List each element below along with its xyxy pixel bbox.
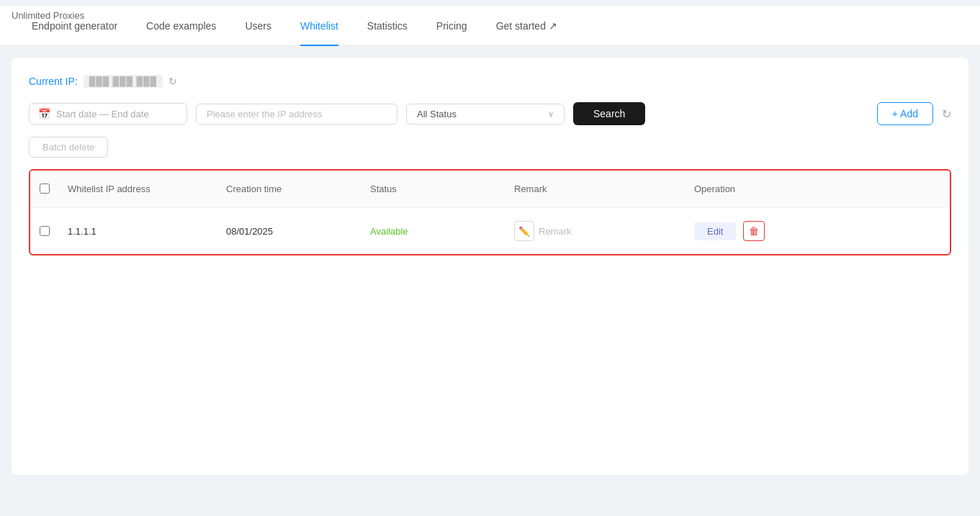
current-ip-row: Current IP: ███ ███ ███ ↻ [29, 75, 951, 88]
search-button[interactable]: Search [573, 102, 645, 125]
col-header-creation-time: Creation time [217, 178, 361, 200]
remark-text: Remark [539, 226, 572, 237]
navigation-bar: Endpoint generator Code examples Users W… [0, 6, 980, 46]
edit-button[interactable]: Edit [694, 222, 736, 240]
row-status-cell: Available [361, 220, 505, 243]
chevron-down-icon: ∨ [548, 109, 554, 119]
row-checkbox-cell [30, 220, 59, 242]
main-content: Current IP: ███ ███ ███ ↻ 📅 Start date —… [12, 58, 968, 475]
nav-item-statistics[interactable]: Statistics [353, 6, 422, 46]
status-select-label: All Status [417, 109, 457, 119]
table-row: 1.1.1.1 08/01/2025 Available ✏️ Remark E… [30, 208, 950, 254]
whitelist-table: Whitelist IP address Creation time Statu… [29, 169, 951, 255]
delete-button[interactable]: 🗑 [743, 221, 765, 241]
date-range-placeholder: Start date — End date [56, 109, 149, 119]
nav-item-users[interactable]: Users [230, 6, 286, 46]
current-ip-value: ███ ███ ███ [84, 75, 163, 88]
trash-icon: 🗑 [749, 225, 759, 237]
batch-delete-button[interactable]: Batch delete [29, 137, 108, 158]
calendar-icon: 📅 [38, 108, 50, 119]
date-range-picker[interactable]: 📅 Start date — End date [29, 103, 187, 125]
select-all-checkbox[interactable] [40, 184, 50, 194]
nav-item-whitelist[interactable]: Whitelist [286, 6, 353, 46]
row-operation-cell: Edit 🗑 [685, 215, 830, 247]
filter-row: 📅 Start date — End date All Status ∨ Sea… [29, 102, 951, 125]
row-ip-cell: 1.1.1.1 [59, 220, 217, 243]
col-header-status: Status [361, 178, 505, 200]
table-header: Whitelist IP address Creation time Statu… [30, 171, 950, 208]
ip-address-input[interactable] [196, 104, 397, 125]
col-header-operation: Operation [685, 178, 830, 200]
row-checkbox[interactable] [40, 226, 50, 236]
nav-item-code-examples[interactable]: Code examples [132, 6, 230, 46]
remark-edit-icon[interactable]: ✏️ [514, 221, 534, 241]
col-header-remark: Remark [505, 178, 685, 200]
reload-button[interactable]: ↻ [942, 107, 951, 121]
row-creation-time-cell: 08/01/2025 [217, 220, 361, 243]
status-select[interactable]: All Status ∨ [406, 104, 565, 125]
refresh-ip-icon[interactable]: ↻ [168, 76, 177, 87]
add-button[interactable]: + Add [877, 102, 933, 125]
nav-item-get-started[interactable]: Get started ↗ [482, 6, 572, 46]
col-header-checkbox [30, 178, 59, 200]
row-remark-cell: ✏️ Remark [505, 215, 685, 247]
current-ip-label: Current IP: [29, 76, 78, 87]
nav-item-pricing[interactable]: Pricing [422, 6, 482, 46]
nav-item-endpoint-generator[interactable]: Endpoint generator [17, 6, 132, 46]
col-header-ip: Whitelist IP address [59, 178, 217, 200]
